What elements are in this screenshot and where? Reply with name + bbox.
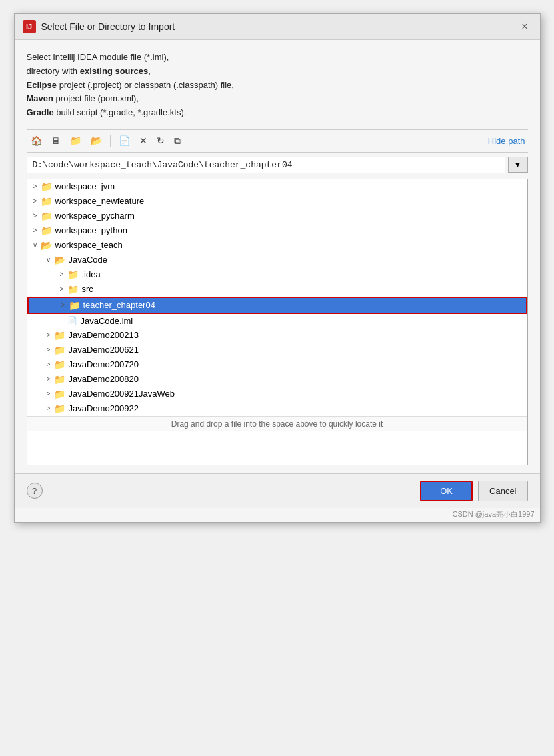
refresh-button[interactable]: ↻ [153, 133, 169, 149]
toolbar-row: 🏠 🖥 📁 📂 📄 [27, 129, 528, 153]
folder-icon: 📁 [54, 374, 65, 385]
folder-icon: 📁 [54, 359, 65, 370]
drag-hint: Drag and drop a file into the space abov… [27, 416, 527, 431]
tree-item[interactable]: >📁JavaDemo200922 [27, 401, 527, 416]
desc-line2-post: , [148, 66, 151, 76]
tree-item-label: JavaDemo200820 [69, 374, 139, 384]
tree-item-label: workspace_jvm [55, 181, 115, 191]
description: Select Intellij IDEA module file (*.iml)… [27, 51, 528, 120]
path-dropdown-button[interactable]: ▼ [508, 157, 528, 173]
tree-item[interactable]: >📁workspace_jvm [27, 179, 527, 194]
expand-arrow-icon: > [30, 227, 41, 234]
desc-line3-bold: Eclipse [27, 80, 57, 90]
path-input[interactable] [27, 157, 505, 173]
folder-icon: 📁 [54, 389, 65, 399]
copy-icon: ⧉ [174, 135, 181, 147]
path-row: ▼ [27, 157, 528, 173]
new-folder-icon: 📁 [70, 135, 81, 146]
tree-item[interactable]: >📁workspace_pycharm [27, 209, 527, 223]
tree-item-label: .idea [82, 269, 101, 279]
tree-item[interactable]: 📄JavaCode.iml [27, 314, 527, 328]
expand-arrow-icon: > [58, 301, 69, 309]
tree-item-label: JavaDemo200921JavaWeb [69, 389, 175, 399]
expand-arrow-icon: ∨ [43, 256, 54, 263]
close-button[interactable]: × [517, 19, 531, 34]
tree-item[interactable]: >📁JavaDemo200820 [27, 372, 527, 387]
expand-arrow-icon: > [30, 183, 41, 190]
tree-item[interactable]: >📁workspace_python [27, 223, 527, 238]
tree-item[interactable]: ∨📂workspace_teach [27, 238, 527, 253]
expand-arrow-icon: > [43, 346, 54, 353]
expand-button[interactable]: 📂 [87, 133, 106, 149]
expand-arrow-icon: ∨ [30, 241, 41, 249]
folder-icon: 📁 [41, 225, 52, 236]
expand-arrow-icon: > [57, 271, 67, 278]
desktop-button[interactable]: 🖥 [47, 133, 65, 149]
help-button[interactable]: ? [27, 483, 43, 499]
desc-line1: Select Intellij IDEA module file (*.iml)… [27, 52, 169, 62]
ok-button[interactable]: OK [420, 481, 473, 501]
desktop-icon: 🖥 [51, 135, 61, 146]
toolbar-left: 🏠 🖥 📁 📂 📄 [27, 133, 185, 149]
folder-icon: 📁 [41, 181, 52, 192]
dialog-footer: ? OK Cancel [15, 473, 540, 508]
tree-item-label: JavaDemo200922 [69, 403, 139, 413]
tree-item[interactable]: >📁JavaDemo200720 [27, 357, 527, 372]
folder-icon: 📁 [69, 300, 80, 311]
folder-icon: 📁 [54, 345, 65, 355]
watermark: CSDN @java亮小白1997 [15, 508, 540, 522]
desc-line4-post: project file (pom.xml), [53, 93, 139, 103]
expand-arrow-icon: > [30, 197, 41, 205]
tree-item[interactable]: >📁workspace_newfeature [27, 194, 527, 209]
file-tree: >📁workspace_jvm>📁workspace_newfeature>📁w… [27, 179, 528, 465]
watermark-text: CSDN @java亮小白1997 [452, 510, 534, 518]
new-button[interactable]: 📄 [115, 133, 134, 149]
desc-line2-bold: existing sources [80, 66, 149, 76]
tree-item-label: JavaDemo200621 [69, 345, 139, 355]
tree-item-label: JavaDemo200720 [69, 359, 139, 369]
tree-item-label: workspace_pycharm [55, 211, 135, 221]
home-button[interactable]: 🏠 [27, 133, 46, 149]
footer-left: ? [27, 483, 43, 499]
desc-line5-bold: Gradle [27, 107, 54, 117]
delete-icon: ✕ [139, 135, 147, 146]
home-icon: 🏠 [31, 135, 42, 146]
tree-item[interactable]: ∨📂JavaCode [27, 253, 527, 267]
expand-arrow-icon: > [43, 375, 54, 383]
folder-icon: 📁 [41, 211, 52, 221]
footer-right: OK Cancel [420, 481, 527, 501]
hide-path-button[interactable]: Hide path [485, 135, 528, 147]
desc-line3-post: project (.project) or classpath (.classp… [57, 80, 234, 90]
delete-button[interactable]: ✕ [135, 133, 151, 149]
titlebar: IJ Select File or Directory to Import × [15, 14, 540, 40]
title-left: IJ Select File or Directory to Import [23, 20, 175, 33]
expand-arrow-icon: > [57, 285, 67, 293]
tree-item-label: JavaCode [69, 255, 108, 265]
cancel-button[interactable]: Cancel [478, 481, 527, 501]
folder-icon: 📁 [54, 330, 65, 341]
tree-item[interactable]: >📁.idea [27, 267, 527, 282]
app-icon: IJ [23, 20, 36, 33]
copy-button[interactable]: ⧉ [170, 133, 185, 149]
tree-item[interactable]: >📁JavaDemo200621 [27, 343, 527, 357]
dialog: IJ Select File or Directory to Import × … [14, 13, 541, 523]
toolbar-separator [110, 135, 111, 147]
expand-arrow-icon: > [43, 331, 54, 339]
new-icon: 📄 [119, 135, 130, 146]
tree-item[interactable]: >📁src [27, 282, 527, 297]
new-folder-button[interactable]: 📁 [66, 133, 85, 149]
tree-item[interactable]: >📁JavaDemo200213 [27, 328, 527, 343]
dialog-title: Select File or Directory to Import [41, 21, 175, 32]
tree-item-label: JavaDemo200213 [69, 330, 139, 340]
expand-arrow-icon: > [43, 405, 54, 412]
tree-item[interactable]: >📁JavaDemo200921JavaWeb [27, 387, 527, 401]
folder-icon: 📁 [67, 284, 79, 295]
file-icon: 📄 [67, 316, 77, 325]
folder-icon: 📂 [54, 255, 65, 265]
tree-content: >📁workspace_jvm>📁workspace_newfeature>📁w… [27, 179, 527, 416]
expand-arrow-icon: > [43, 361, 54, 368]
expand-icon: 📂 [91, 135, 102, 146]
folder-icon: 📂 [41, 240, 52, 251]
tree-item-label: workspace_newfeature [55, 196, 145, 206]
tree-item[interactable]: >📁teacher_chapter04 [27, 297, 527, 314]
